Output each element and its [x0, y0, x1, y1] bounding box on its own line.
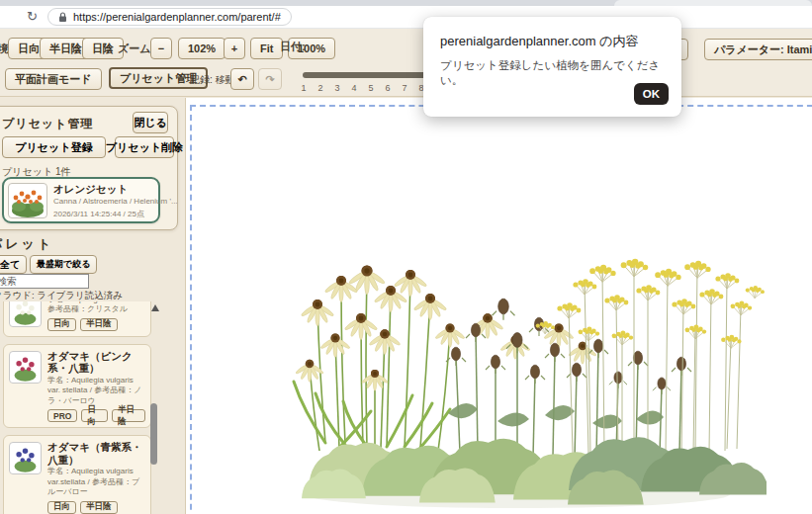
plant-latin-name: 学名：Aquilegia vulgaris var. stellata / 参考… [47, 376, 145, 406]
tag-half-shade: 半日陰 [80, 501, 118, 514]
tag-half-shade: 半日陰 [112, 409, 145, 422]
palette-all-button[interactable]: 全て [0, 255, 27, 274]
tag-sun: 日向 [81, 409, 108, 422]
preset-card-orange-set[interactable]: オレンジセット Canna / Alstroemeria / Helenium … [2, 177, 160, 223]
fit-button[interactable]: Fit [250, 38, 283, 59]
preset-panel-title: プリセット管理 [2, 116, 93, 132]
tag-sun: 日向 [47, 501, 76, 514]
undo-button[interactable]: ↶ [230, 68, 254, 90]
preset-selection-rectangle[interactable] [190, 105, 812, 514]
preset-register-button[interactable]: プリセット登録 [2, 136, 106, 158]
list-item-odamaki-pink[interactable]: オダマキ（ピンク系・八重） 学名：Aquilegia vulgaris var.… [3, 344, 151, 428]
reload-icon[interactable]: ↻ [27, 9, 38, 24]
preset-thumbnail [8, 183, 47, 218]
zoom-value: 102% [178, 38, 226, 59]
plant-name: オダマキ（青紫系・八重） [47, 441, 145, 466]
plant-thumbnail [9, 442, 42, 474]
preset-delete-button[interactable]: プリセット削除 [115, 136, 174, 158]
lock-icon[interactable] [58, 12, 67, 23]
tag-sun: 日向 [47, 318, 76, 331]
palette-peak-filter-button[interactable]: 最盛期で絞る [30, 255, 97, 274]
tick: 7 [399, 83, 410, 93]
app-toolbar: 環境: 日向 半日陰 日陰 ズーム: − 102% + Fit 100% 日付:… [0, 29, 812, 97]
alert-dialog: perenialgardenplanner.com の内容 プリセット登録したい… [423, 17, 681, 117]
plant-name: オダマキ（ピンク系・八重） [47, 350, 145, 375]
palette-plant-list[interactable]: 学名：Aquilegia caerulea / 参考品種：クリスタル 日向 半日… [0, 301, 152, 514]
preset-date: 2026/3/11 14:25:44 / 25点 [53, 209, 144, 219]
plant-thumbnail [9, 301, 42, 327]
tag-pro: PRO [47, 409, 77, 422]
list-scroll-up-arrow[interactable] [151, 304, 159, 311]
list-item-aquilegia-caerulea[interactable]: 学名：Aquilegia caerulea / 参考品種：クリスタル 日向 半日… [3, 301, 151, 337]
tick: 6 [382, 83, 394, 93]
url-text[interactable]: https://perenialgardenplanner.com/parent… [73, 11, 281, 23]
preset-name: オレンジセット [53, 183, 128, 197]
plant-latin-name: 学名：Aquilegia vulgaris var.stellata / 参考品… [47, 467, 145, 497]
plan-mode-button[interactable]: 平面計画モード [5, 68, 102, 90]
redo-button[interactable]: ↷ [258, 68, 282, 90]
tick: 5 [365, 83, 377, 93]
plant-latin-name: 学名：Aquilegia caerulea / 参考品種：クリスタル [47, 301, 145, 315]
plant-thumbnail [9, 351, 42, 384]
preset-plants: Canna / Alstroemeria / Helenium '... [53, 197, 178, 206]
tick: 3 [331, 83, 343, 93]
tick: 2 [315, 83, 326, 93]
dialog-title: perenialgardenplanner.com の内容 [440, 33, 638, 50]
palette-title: パレット [0, 235, 53, 253]
tag-half-shade: 半日陰 [80, 318, 118, 331]
parameters-button[interactable]: パラメーター: Itami, 兵庫県 [704, 39, 812, 60]
close-panel-button[interactable]: 閉じる [133, 112, 168, 133]
dialog-ok-button[interactable]: OK [634, 83, 669, 105]
preset-management-panel: プリセット管理 閉じる プリセット登録 プリセット削除 プリセット 1件 オレン… [0, 106, 178, 230]
list-scrollbar-thumb[interactable] [150, 403, 157, 465]
zoom-label: ズーム: [118, 42, 154, 56]
browser-omnibox-row: ↻ https://perenialgardenplanner.com/pare… [0, 6, 812, 29]
tick: 1 [298, 83, 310, 93]
url-bar[interactable]: https://perenialgardenplanner.com/parent… [47, 8, 292, 26]
zoom-out-button[interactable]: − [150, 38, 172, 59]
list-item-odamaki-blue[interactable]: オダマキ（青紫系・八重） 学名：Aquilegia vulgaris var.s… [3, 435, 151, 514]
tick: 4 [348, 83, 360, 93]
zoom-in-button[interactable]: + [224, 38, 245, 59]
date-label: 日付: [280, 40, 306, 54]
palette-search-input[interactable] [0, 274, 89, 289]
record-label: 記録: 移動 [190, 73, 235, 87]
